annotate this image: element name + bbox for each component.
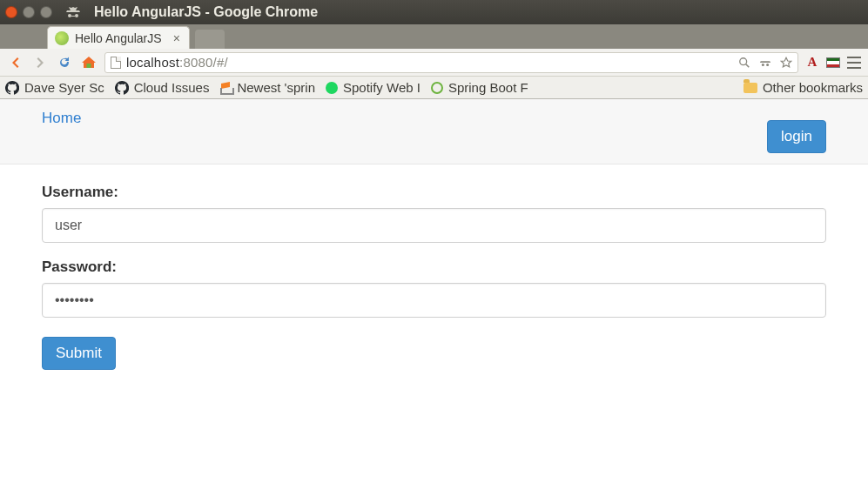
forward-button[interactable]	[31, 54, 49, 71]
tab-favicon	[55, 31, 69, 45]
address-bar[interactable]: localhost:8080/#/	[104, 52, 798, 73]
password-label: Password:	[42, 258, 826, 276]
window-titlebar: Hello AngularJS - Google Chrome	[0, 0, 868, 24]
url-host: localhost	[126, 55, 179, 70]
bookmark-star-icon[interactable]	[780, 57, 792, 69]
username-label: Username:	[42, 184, 826, 201]
bookmark-label: Cloud Issues	[134, 80, 210, 95]
reload-button[interactable]	[56, 54, 73, 71]
svg-rect-0	[87, 64, 91, 68]
username-input[interactable]	[42, 208, 826, 243]
svg-line-2	[746, 64, 750, 67]
bookmark-label: Spring Boot F	[448, 80, 528, 95]
bookmark-label: Newest 'sprin	[237, 80, 315, 95]
svg-point-1	[740, 57, 747, 64]
incognito-small-icon	[759, 57, 771, 68]
bookmark-label: Dave Syer Sc	[24, 80, 104, 95]
nav-home-link[interactable]: Home	[42, 110, 81, 127]
window-maximize-button[interactable]	[40, 6, 52, 18]
extension-a-icon[interactable]: A	[805, 56, 819, 70]
github-icon	[115, 81, 129, 95]
url-display: localhost:8080/#/	[126, 55, 228, 70]
spring-icon	[431, 82, 443, 94]
chrome-menu-icon[interactable]	[847, 57, 861, 69]
bookmark-spring-boot[interactable]: Spring Boot F	[431, 80, 528, 95]
tab-active[interactable]: Hello AngularJS ×	[47, 26, 190, 49]
window-minimize-button[interactable]	[23, 6, 35, 18]
bookmark-newest-sprin[interactable]: Newest 'sprin	[219, 80, 315, 95]
window-buttons	[5, 6, 52, 18]
url-rest: :8080/#/	[179, 55, 228, 70]
login-form: Username: Password: Submit	[0, 164, 868, 389]
back-button[interactable]	[7, 54, 24, 71]
tab-strip: Hello AngularJS ×	[0, 24, 868, 49]
password-input[interactable]	[42, 283, 826, 318]
home-button[interactable]	[80, 54, 98, 71]
incognito-icon	[64, 4, 83, 20]
tab-title: Hello AngularJS	[75, 31, 162, 45]
github-icon	[5, 81, 19, 95]
login-button[interactable]: login	[767, 120, 826, 153]
bookmark-label: Spotify Web I	[343, 80, 421, 95]
bookmark-cloud-issues[interactable]: Cloud Issues	[115, 80, 210, 95]
tab-close-icon[interactable]: ×	[173, 31, 180, 45]
other-bookmarks[interactable]: Other bookmarks	[744, 80, 863, 95]
password-group: Password:	[42, 258, 826, 318]
folder-icon	[744, 83, 757, 93]
site-info-icon[interactable]	[111, 57, 121, 69]
username-group: Username:	[42, 184, 826, 243]
spotify-icon	[326, 82, 338, 94]
window-title: Hello AngularJS - Google Chrome	[94, 4, 318, 20]
other-bookmarks-label: Other bookmarks	[763, 80, 863, 95]
omnibox-right	[738, 57, 792, 69]
browser-toolbar: localhost:8080/#/ A	[0, 49, 868, 77]
bookmark-dave-syer[interactable]: Dave Syer Sc	[5, 80, 104, 95]
bookmark-spotify[interactable]: Spotify Web I	[326, 80, 421, 95]
zoom-icon[interactable]	[738, 57, 750, 69]
bookmarks-bar: Dave Syer Sc Cloud Issues Newest 'sprin …	[0, 77, 868, 99]
extension-flag-icon[interactable]	[826, 56, 840, 70]
submit-button[interactable]: Submit	[42, 337, 116, 370]
new-tab-button[interactable]	[195, 30, 225, 49]
stackoverflow-icon	[219, 81, 232, 95]
window-close-button[interactable]	[5, 6, 17, 18]
page-viewport: Home login Username: Password: Submit	[0, 99, 868, 389]
app-navbar: Home login	[0, 99, 868, 164]
